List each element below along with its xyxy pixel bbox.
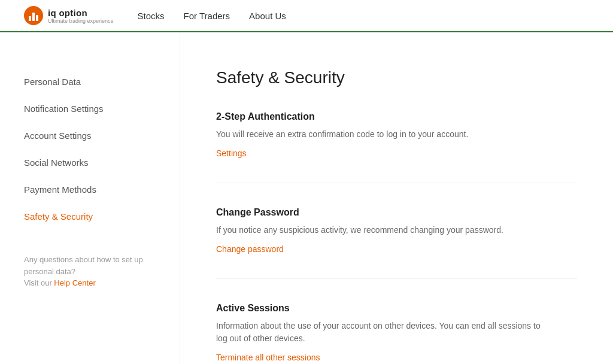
- content-area: Safety & Security 2-Step Authentication …: [180, 32, 613, 364]
- sidebar-item-personal-data[interactable]: Personal Data: [24, 68, 156, 95]
- sidebar-help-prefix: Visit our: [24, 278, 54, 287]
- nav-links: Stocks For Traders About Us: [138, 11, 286, 21]
- logo-text: iq option Ultimate trading experience: [48, 8, 114, 24]
- sidebar-item-social-networks[interactable]: Social Networks: [24, 149, 156, 176]
- sidebar-help-text: Any questions about how to set up person…: [24, 255, 143, 276]
- section-password-title: Change Password: [216, 207, 577, 218]
- section-password-desc: If you notice any suspicious activity, w…: [216, 224, 551, 236]
- settings-link[interactable]: Settings: [216, 148, 247, 158]
- terminate-sessions-link[interactable]: Terminate all other sessions: [216, 353, 320, 362]
- logo[interactable]: iq option Ultimate trading experience: [24, 6, 114, 25]
- section-2fa: 2-Step Authentication You will receive a…: [216, 111, 577, 183]
- section-change-password: Change Password If you notice any suspic…: [216, 207, 577, 279]
- section-2fa-title: 2-Step Authentication: [216, 111, 577, 122]
- page-title: Safety & Security: [216, 68, 577, 87]
- sidebar-help: Any questions about how to set up person…: [24, 254, 156, 289]
- nav-for-traders[interactable]: For Traders: [184, 11, 230, 21]
- help-center-link[interactable]: Help Center: [54, 278, 95, 287]
- section-active-sessions: Active Sessions Information about the us…: [216, 303, 577, 364]
- sidebar-item-safety-security[interactable]: Safety & Security: [24, 203, 156, 230]
- logo-bar-1: [29, 16, 31, 21]
- change-password-link[interactable]: Change password: [216, 244, 284, 254]
- section-2fa-desc: You will receive an extra confirmation c…: [216, 128, 551, 141]
- sidebar-item-payment-methods[interactable]: Payment Methods: [24, 176, 156, 203]
- section-sessions-desc: Information about the use of your accoun…: [216, 320, 551, 345]
- logo-icon: [24, 6, 43, 25]
- header: iq option Ultimate trading experience St…: [0, 0, 613, 32]
- section-sessions-title: Active Sessions: [216, 303, 577, 314]
- main-container: Personal Data Notification Settings Acco…: [0, 32, 613, 364]
- logo-tagline: Ultimate trading experience: [48, 18, 114, 24]
- sidebar-item-account-settings[interactable]: Account Settings: [24, 122, 156, 149]
- logo-bar-3: [36, 15, 38, 21]
- logo-bars: [29, 10, 38, 21]
- sidebar: Personal Data Notification Settings Acco…: [0, 32, 180, 364]
- nav-about-us[interactable]: About Us: [249, 11, 286, 21]
- logo-name: iq option: [48, 8, 114, 18]
- nav-stocks[interactable]: Stocks: [138, 11, 165, 21]
- sidebar-item-notification-settings[interactable]: Notification Settings: [24, 95, 156, 122]
- logo-bar-2: [32, 13, 35, 21]
